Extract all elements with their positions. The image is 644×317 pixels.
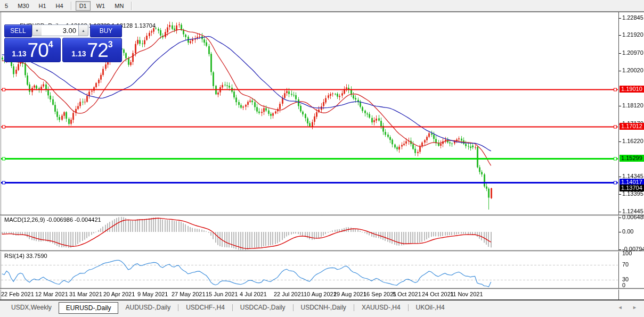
price-tick-label: 70 (622, 261, 629, 268)
sell-price-big: 70 (28, 40, 48, 60)
tab-scroll-arrows[interactable]: ◄ ► (618, 305, 641, 310)
timeframe-button-5[interactable]: 5 (1, 1, 12, 11)
buy-price-big: 72 (87, 40, 108, 60)
chart-tab-bar: USDX,WeeklyEURUSD-,DailyAUDUSD-,DailyUSD… (0, 299, 644, 317)
tab-ukoil-h4[interactable]: UKOil-,H4 (409, 302, 452, 313)
tab-usdx-weekly[interactable]: USDX,Weekly (4, 302, 59, 313)
tab-separator (232, 304, 233, 311)
tab-usdchf-h4[interactable]: USDCHF-,H4 (179, 302, 232, 313)
tab-audusd-daily[interactable]: AUDUSD-,Daily (118, 302, 177, 313)
buy-price-small: 1.13 (71, 49, 86, 58)
tab-separator (178, 304, 178, 311)
volume-decrease-button[interactable]: ▼ (32, 24, 42, 36)
price-tick-label: 1.20970 (622, 49, 643, 56)
price-tick-label: 100 (622, 250, 632, 257)
date-tick-label: 20 Apr 2021 (103, 291, 135, 297)
price-tick-label: 1.16220 (622, 138, 643, 145)
date-tick-label: 22 Feb 2021 (1, 291, 34, 297)
timeframe-button-h4[interactable]: H4 (52, 1, 67, 11)
one-click-trade-panel: SELL ▼ ▲ BUY 1.13704 1.13723 (4, 24, 121, 62)
toolbar-separator (71, 2, 72, 10)
date-tick-label: 22 Jul 2021 (274, 291, 304, 297)
date-tick-label: 5 Oct 2021 (393, 291, 421, 297)
date-tick-label: 31 Mar 2021 (69, 291, 102, 297)
date-tick-label: 11 Nov 2021 (450, 291, 483, 297)
price-tick-label: 0 (622, 282, 625, 289)
price-tick-label: 0.00 (622, 228, 633, 235)
tab-usdcad-daily[interactable]: USDCAD-,Daily (233, 302, 292, 313)
timeframe-button-m30[interactable]: M30 (14, 1, 32, 11)
tab-eurusd-daily[interactable]: EURUSD-,Daily (59, 302, 119, 314)
date-tick-label: 24 Oct 2021 (422, 291, 454, 297)
tab-xauusd-h4[interactable]: XAUUSD-,H4 (355, 302, 407, 313)
date-tick-label: 15 Jun 2021 (206, 291, 238, 297)
price-tick-label: 1.22845 (622, 14, 643, 21)
sell-price-button[interactable]: 1.13704 (4, 38, 61, 62)
timeframe-button-d1[interactable]: D1 (76, 1, 91, 11)
volume-input[interactable] (42, 24, 79, 36)
date-tick-label: 16 Sep 2021 (363, 291, 396, 297)
buy-price-button[interactable]: 1.13723 (62, 38, 122, 62)
timeframe-button-mn[interactable]: MN (111, 1, 127, 11)
chart-window: ▲EURUSD-,Daily1.13168 1.13732 1.13128 1.… (0, 12, 644, 299)
macd-indicator-label: MACD(12,26,9) -0.006986 -0.004421 (4, 216, 101, 223)
price-axis[interactable]: 1.228451.219201.209701.200201.181201.171… (619, 12, 644, 300)
price-line-label: 1.17012 (619, 123, 644, 130)
date-tick-label: 9 May 2021 (137, 291, 168, 297)
timeframe-button-w1[interactable]: W1 (93, 1, 109, 11)
buy-price-sup: 3 (108, 40, 113, 49)
price-tick-label: 1.21920 (622, 31, 643, 38)
timeframe-toolbar: 5M30H1H4D1W1MN (0, 0, 644, 12)
tab-separator (354, 304, 354, 311)
tab-usdcnh-daily[interactable]: USDCNH-,Daily (294, 302, 353, 313)
price-line-label: 1.13704 (619, 185, 644, 191)
sell-button[interactable]: SELL (4, 24, 32, 37)
tab-separator (293, 304, 294, 311)
price-line-label: 1.15299 (619, 155, 644, 162)
rsi-indicator-label: RSI(14) 33.7590 (4, 253, 47, 259)
date-tick-label: 12 Mar 2021 (35, 291, 68, 297)
price-tick-label: 1.20020 (622, 67, 643, 74)
volume-increase-button[interactable]: ▲ (78, 24, 88, 36)
toolbar-separator (131, 2, 132, 10)
date-tick-label: 4 Jul 2021 (240, 291, 267, 297)
date-tick-label: 29 Aug 2021 (333, 291, 366, 297)
date-tick-label: 27 May 2021 (172, 291, 206, 297)
price-line-label: 1.19010 (619, 86, 644, 93)
buy-button[interactable]: BUY (90, 24, 122, 37)
price-tick-label: 1.18120 (622, 102, 643, 109)
sell-price-small: 1.13 (12, 49, 26, 58)
date-tick-label: 10 Aug 2021 (304, 291, 337, 297)
price-tick-label: 0.006485 (622, 214, 644, 221)
sell-price-sup: 4 (48, 40, 53, 49)
timeframe-button-h1[interactable]: H1 (35, 1, 50, 11)
tab-separator (408, 304, 409, 311)
